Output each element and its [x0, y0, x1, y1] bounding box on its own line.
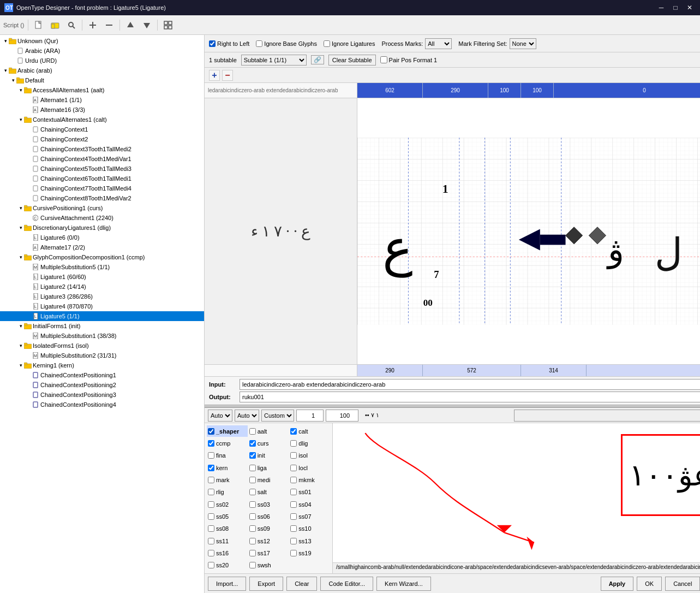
checkbox-ss19[interactable]	[290, 550, 297, 556]
checkbox-kern[interactable]	[208, 465, 214, 471]
clear-subtable-button[interactable]: Clear Subtable	[328, 55, 376, 66]
link-button[interactable]: 🔗	[311, 55, 324, 64]
tree-item[interactable]: ChainingContext3Tooth1TallMedi2	[0, 144, 204, 154]
checkbox-ss07[interactable]	[290, 513, 297, 520]
move-down-button[interactable]	[140, 18, 154, 32]
minimize-button[interactable]: ─	[655, 3, 667, 13]
tree-item[interactable]: ▾Unknown (Qur)	[0, 36, 204, 46]
tree-item[interactable]: ▾DiscretionaryLigatures1 (dlig)	[0, 223, 204, 233]
tree-item[interactable]: AAlternate17 (2/2)	[0, 242, 204, 252]
tree-item[interactable]: Urdu (URD)	[0, 56, 204, 66]
tree-expander[interactable]: ▾	[17, 205, 24, 211]
tree-expander[interactable]: ▾	[17, 343, 24, 348]
output-field[interactable]	[240, 392, 700, 402]
tree-item[interactable]: ChainedContextPositioning4	[0, 400, 204, 410]
checkbox-medi[interactable]	[249, 477, 256, 483]
clear-button[interactable]: Clear	[286, 577, 317, 591]
tree-item[interactable]: ChainingContext2	[0, 134, 204, 144]
checkbox-ss13[interactable]	[290, 538, 297, 544]
tree-expander[interactable]: ▾	[2, 38, 9, 44]
right-to-left-checkbox[interactable]	[209, 40, 216, 47]
checkbox-calt[interactable]	[290, 428, 297, 435]
tree-item[interactable]: LLigature4 (870/870)	[0, 301, 204, 311]
checkbox-swsh[interactable]	[249, 562, 256, 568]
auto-select-2[interactable]: Auto	[235, 410, 259, 422]
tree-item[interactable]: ChainedContextPositioning3	[0, 390, 204, 400]
tree-item[interactable]: MMultipleSubstitution2 (31/31)	[0, 351, 204, 360]
checkbox-ss17[interactable]	[249, 550, 256, 556]
move-up-button[interactable]	[123, 18, 137, 32]
tree-item[interactable]: LLigature2 (14/14)	[0, 282, 204, 292]
tree-item[interactable]: AAlternate1 (1/1)	[0, 95, 204, 105]
zoom-out-button[interactable]	[102, 18, 116, 32]
input-field[interactable]	[240, 379, 700, 390]
right-to-left-label[interactable]: Right to Left	[209, 40, 249, 47]
subtable-select[interactable]: Subtable 1 (1/1)	[241, 55, 307, 66]
tree-item[interactable]: LLigature1 (60/60)	[0, 272, 204, 282]
checkbox-init[interactable]	[249, 452, 256, 459]
tree-item[interactable]: MMultipleSubstitution1 (38/38)	[0, 331, 204, 341]
open-button[interactable]	[48, 18, 62, 32]
grid-button[interactable]	[161, 18, 175, 32]
checkbox-ss06[interactable]	[249, 513, 256, 520]
pair-pos-checkbox[interactable]	[380, 56, 387, 63]
add-row-button[interactable]: +	[209, 70, 220, 81]
mark-filter-select[interactable]: None	[510, 38, 536, 49]
checkbox-locl[interactable]	[290, 465, 297, 471]
checkbox-ss02[interactable]	[208, 501, 214, 508]
zoom-input[interactable]	[296, 410, 324, 422]
export-button[interactable]: Export	[249, 577, 283, 591]
tree-item[interactable]: ▾IsolatedForms1 (isol)	[0, 341, 204, 351]
checkbox-ss01[interactable]	[290, 489, 297, 495]
tree-item[interactable]: ▾Kerning1 (kern)	[0, 360, 204, 370]
tree-item[interactable]: ChainingContext5Tooth1TallMedi3	[0, 164, 204, 174]
tree-item[interactable]: ▾Default	[0, 75, 204, 85]
tree-expander[interactable]: ▾	[17, 225, 24, 230]
search-button[interactable]	[64, 18, 79, 32]
tree-item[interactable]: ChainedContextPositioning2	[0, 380, 204, 390]
tree-item[interactable]: ▾ContextualAlternates1 (calt)	[0, 115, 204, 124]
checkbox-ss04[interactable]	[290, 501, 297, 508]
import-button[interactable]: Import...	[208, 577, 246, 591]
checkbox-ss11[interactable]	[208, 538, 214, 544]
tree-item[interactable]: LLigature5 (1/1)	[0, 311, 204, 321]
ignore-base-glyphs-label[interactable]: Ignore Base Glyphs	[256, 40, 317, 47]
checkbox-ss10[interactable]	[290, 525, 297, 532]
tree-item[interactable]: ▾AccessAllAlternates1 (aalt)	[0, 85, 204, 95]
checkbox-ss05[interactable]	[208, 513, 214, 520]
tree-item[interactable]: MMultipleSubstitution5 (1/1)	[0, 262, 204, 272]
tree-item[interactable]: AAlternate16 (3/3)	[0, 105, 204, 115]
close-button[interactable]: ✕	[684, 3, 696, 13]
tree-item[interactable]: ▾CursivePositioning1 (curs)	[0, 203, 204, 213]
zoom-in-button[interactable]	[86, 18, 100, 32]
tree-item[interactable]: ChainedContextPositioning1	[0, 370, 204, 380]
auto-select-1[interactable]: Auto	[208, 410, 232, 422]
tree-expander[interactable]: ▾	[17, 117, 24, 122]
checkbox-ss20[interactable]	[208, 562, 214, 568]
checkbox-ss08[interactable]	[208, 525, 214, 532]
cancel-button[interactable]: Cancel	[665, 577, 700, 591]
tree-item[interactable]: ChainingContext8Tooth1MediVar2	[0, 193, 204, 203]
checkbox-fina[interactable]	[208, 452, 214, 459]
tree-item[interactable]: ChainingContext4Tooth1MediVar1	[0, 154, 204, 164]
tree-item[interactable]: LLigature6 (0/0)	[0, 233, 204, 242]
checkbox-ss09[interactable]	[249, 525, 256, 532]
maximize-button[interactable]: □	[669, 3, 681, 13]
checkbox-salt[interactable]	[249, 489, 256, 495]
tree-expander[interactable]: ▾	[10, 78, 16, 83]
tree-item[interactable]: ChainingContext7Tooth1TallMedi4	[0, 183, 204, 193]
code-editor-button[interactable]: Code Editor...	[320, 577, 373, 591]
checkbox-aalt[interactable]	[249, 428, 256, 435]
tree-expander[interactable]: ▾	[17, 254, 24, 260]
tree-expander[interactable]: ▾	[17, 87, 24, 93]
apply-button[interactable]: Apply	[601, 577, 634, 591]
tree-item[interactable]: ChainingContext1	[0, 124, 204, 134]
new-button[interactable]	[32, 18, 46, 32]
ignore-ligatures-label[interactable]: Ignore Ligatures	[324, 40, 375, 47]
tree-item[interactable]: LLigature3 (286/286)	[0, 292, 204, 301]
tree-item[interactable]: Arabic (ARA)	[0, 46, 204, 56]
ok-button[interactable]: OK	[637, 577, 662, 591]
checkbox-ss16[interactable]	[208, 550, 214, 556]
tree-item[interactable]: ChainingContext6Tooth1TallMedi1	[0, 174, 204, 183]
checkbox-ss12[interactable]	[249, 538, 256, 544]
